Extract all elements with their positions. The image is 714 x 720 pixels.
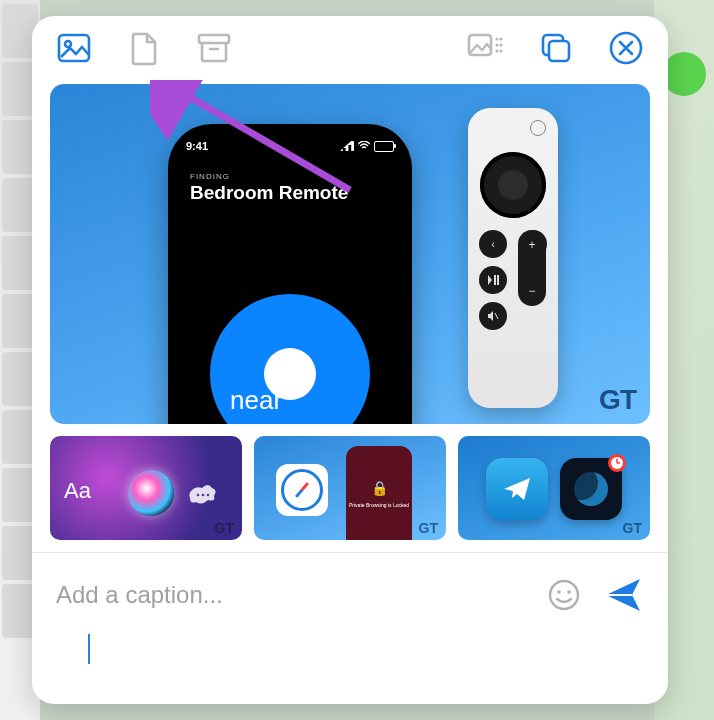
finding-label: FINDING <box>190 172 230 181</box>
watermark: GT <box>623 520 642 536</box>
svg-point-5 <box>495 37 498 40</box>
svg-point-10 <box>499 49 502 52</box>
svg-rect-2 <box>199 35 229 43</box>
back-button-icon: ‹ <box>479 230 507 258</box>
thumbnail-item[interactable]: 🔒 Private Browsing is Locked GT <box>254 436 446 540</box>
siri-orb-icon <box>128 470 174 516</box>
thumbnail-row: Aa GT 🔒 Private Browsing is Locked GT <box>32 424 668 540</box>
power-icon <box>530 120 546 136</box>
svg-point-8 <box>499 43 502 46</box>
svg-point-18 <box>197 494 200 497</box>
clickpad <box>480 152 546 218</box>
attachment-toolbar <box>32 16 668 72</box>
telegram-app-icon <box>486 458 548 520</box>
mock-apple-tv-remote: ‹ +− <box>468 108 558 408</box>
do-not-disturb-app-icon <box>560 458 622 520</box>
svg-rect-16 <box>497 275 499 285</box>
text-size-label: Aa <box>64 478 91 504</box>
phone-status-icons <box>340 140 394 152</box>
svg-rect-11 <box>549 41 569 61</box>
svg-point-1 <box>65 41 71 47</box>
lock-icon: 🔒 <box>371 480 388 496</box>
svg-point-19 <box>202 494 205 497</box>
svg-point-26 <box>567 590 571 594</box>
send-as-file-button[interactable] <box>124 28 164 68</box>
archive-button[interactable] <box>194 28 234 68</box>
selected-image-preview[interactable]: 9:41 FINDING Bedroom Remote near <box>50 84 650 424</box>
attachment-panel: 9:41 FINDING Bedroom Remote near <box>32 16 668 704</box>
svg-point-6 <box>499 37 502 40</box>
mini-phone: 🔒 Private Browsing is Locked <box>346 446 412 540</box>
svg-point-24 <box>550 581 578 609</box>
speak-icon <box>186 476 220 510</box>
watermark: GT <box>419 520 438 536</box>
send-button[interactable] <box>602 573 646 617</box>
svg-point-9 <box>495 49 498 52</box>
phone-time: 9:41 <box>186 140 208 152</box>
device-name: Bedroom Remote <box>190 182 348 204</box>
notification-badge <box>608 454 626 472</box>
group-media-button[interactable] <box>466 28 506 68</box>
lock-text: Private Browsing is Locked <box>349 502 409 508</box>
moon-icon <box>574 472 608 506</box>
svg-line-17 <box>495 313 498 319</box>
svg-point-20 <box>207 494 210 497</box>
watermark: GT <box>215 520 234 536</box>
caption-bar <box>32 552 668 635</box>
mock-phone: 9:41 FINDING Bedroom Remote <box>168 124 412 424</box>
watermark: GT <box>599 384 636 416</box>
close-button[interactable] <box>606 28 646 68</box>
caption-input[interactable] <box>54 580 526 610</box>
text-cursor <box>88 634 90 664</box>
playpause-icon <box>479 266 507 294</box>
media-area: 9:41 FINDING Bedroom Remote near <box>32 72 668 424</box>
chat-avatar <box>662 52 706 96</box>
thumbnail-item[interactable]: GT <box>458 436 650 540</box>
send-as-photo-button[interactable] <box>54 28 94 68</box>
svg-point-25 <box>557 590 561 594</box>
svg-point-7 <box>495 43 498 46</box>
proximity-label: near <box>230 385 282 416</box>
volume-rocker: +− <box>518 230 546 306</box>
emoji-button[interactable] <box>542 573 586 617</box>
thumbnail-item[interactable]: Aa GT <box>50 436 242 540</box>
copy-button[interactable] <box>536 28 576 68</box>
svg-rect-15 <box>494 275 496 285</box>
mute-icon <box>479 302 507 330</box>
safari-app-icon <box>276 464 328 516</box>
